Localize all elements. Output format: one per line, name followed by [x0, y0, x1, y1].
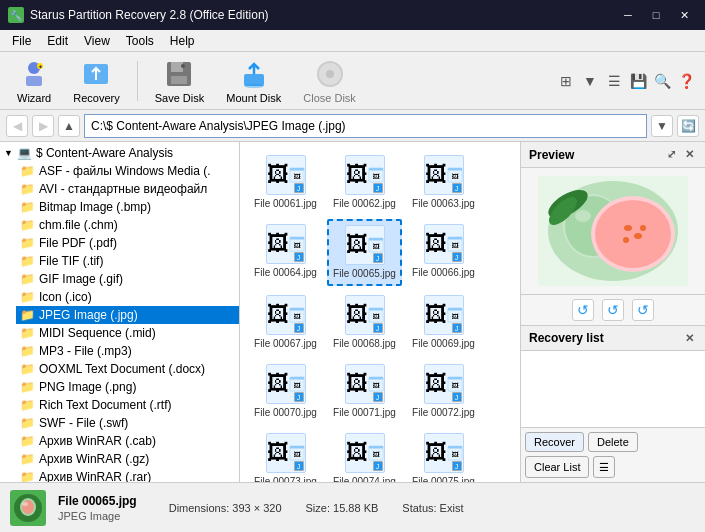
- svg-rect-49: [447, 377, 461, 380]
- file-item[interactable]: 🖼 J File 00064.jpg: [248, 219, 323, 286]
- tree-item[interactable]: 📁Архив WinRAR (.gz): [16, 450, 239, 468]
- address-dropdown-button[interactable]: ▼: [651, 115, 673, 137]
- file-name: File 00074.jpg: [333, 476, 396, 482]
- status-info: File 00065.jpg JPEG Image: [58, 494, 137, 522]
- tree-item-label: JPEG Image (.jpg): [39, 308, 138, 322]
- recovery-button[interactable]: Recovery: [64, 56, 128, 106]
- svg-point-66: [624, 225, 632, 231]
- tree-item[interactable]: 📁ASF - файлы Windows Media (.: [16, 162, 239, 180]
- preview-next-button[interactable]: ↺: [632, 299, 654, 321]
- file-item[interactable]: 🖼 J File 00070.jpg: [248, 359, 323, 424]
- tree-item[interactable]: 📁Icon (.ico): [16, 288, 239, 306]
- tree-item[interactable]: 📁chm.file (.chm): [16, 216, 239, 234]
- menu-tools[interactable]: Tools: [118, 32, 162, 50]
- forward-button[interactable]: ▶: [32, 115, 54, 137]
- filter-icon[interactable]: ▼: [579, 70, 601, 92]
- file-item[interactable]: 🖼 J File 00065.jpg: [327, 219, 402, 286]
- grid-view-icon[interactable]: ⊞: [555, 70, 577, 92]
- tree-item[interactable]: 📁OOXML Text Document (.docx): [16, 360, 239, 378]
- file-item[interactable]: 🖼 J File 00073.jpg: [248, 428, 323, 482]
- svg-rect-16: [289, 168, 303, 171]
- svg-rect-55: [368, 446, 382, 449]
- file-thumbnail: 🖼 J: [424, 433, 464, 473]
- maximize-button[interactable]: □: [643, 5, 669, 25]
- tree-item[interactable]: 📁File PDF (.pdf): [16, 234, 239, 252]
- tree-item[interactable]: 📁File TIF (.tif): [16, 252, 239, 270]
- preview-close-icon[interactable]: ✕: [681, 147, 697, 163]
- file-item[interactable]: 🖼 J File 00075.jpg: [406, 428, 481, 482]
- tree-root-node[interactable]: ▼ 💻 $ Content-Aware Analysis: [0, 144, 239, 162]
- status-details: Dimensions: 393 × 320 Size: 15.88 KB Sta…: [169, 502, 464, 514]
- file-item[interactable]: 🖼 J File 00068.jpg: [327, 290, 402, 355]
- recovery-list-close-icon[interactable]: ✕: [681, 330, 697, 346]
- file-item[interactable]: 🖼 J File 00067.jpg: [248, 290, 323, 355]
- minimize-button[interactable]: ─: [615, 5, 641, 25]
- preview-prev-button[interactable]: ↺: [572, 299, 594, 321]
- svg-point-72: [575, 210, 591, 222]
- status-size: Size: 15.88 KB: [306, 502, 379, 514]
- clear-list-button[interactable]: Clear List: [525, 456, 589, 478]
- tree-item[interactable]: 📁MP3 - File (.mp3): [16, 342, 239, 360]
- menu-help[interactable]: Help: [162, 32, 203, 50]
- file-item[interactable]: 🖼 J File 00061.jpg: [248, 150, 323, 215]
- tree-item[interactable]: 📁PNG Image (.png): [16, 378, 239, 396]
- close-disk-button[interactable]: Close Disk: [294, 56, 365, 106]
- columns-icon[interactable]: ☰: [603, 70, 625, 92]
- tree-item[interactable]: 📁AVI - стандартные видеофайл: [16, 180, 239, 198]
- recovery-list-header: Recovery list ✕: [521, 325, 705, 351]
- tree-item[interactable]: 📁MIDI Sequence (.mid): [16, 324, 239, 342]
- recovery-list-options-button[interactable]: ☰: [593, 456, 615, 478]
- tree-item-label: Rich Text Document (.rtf): [39, 398, 171, 412]
- file-item[interactable]: 🖼 J File 00074.jpg: [327, 428, 402, 482]
- tree-item[interactable]: 📁SWF - File (.swf): [16, 414, 239, 432]
- preview-controls: ↺ ↺ ↺: [521, 294, 705, 325]
- menu-view[interactable]: View: [76, 32, 118, 50]
- tree-item[interactable]: 📁GIF Image (.gif): [16, 270, 239, 288]
- folder-icon: 📁: [20, 416, 35, 430]
- svg-rect-7: [171, 62, 183, 72]
- preview-header-icons: ⤢ ✕: [663, 147, 697, 163]
- tree-item[interactable]: 📁Bitmap Image (.bmp): [16, 198, 239, 216]
- address-input[interactable]: [84, 114, 647, 138]
- svg-rect-19: [368, 168, 382, 171]
- file-item[interactable]: 🖼 J File 00069.jpg: [406, 290, 481, 355]
- file-thumbnail: 🖼 J: [424, 364, 464, 404]
- back-button[interactable]: ◀: [6, 115, 28, 137]
- delete-button[interactable]: Delete: [588, 432, 638, 452]
- preview-expand-icon[interactable]: ⤢: [663, 147, 679, 163]
- file-name: File 00072.jpg: [412, 407, 475, 419]
- svg-text:🖼: 🖼: [372, 173, 379, 181]
- help-toolbar-icon[interactable]: ❓: [675, 70, 697, 92]
- menu-file[interactable]: File: [4, 32, 39, 50]
- save-layout-icon[interactable]: 💾: [627, 70, 649, 92]
- file-item[interactable]: 🖼 J File 00062.jpg: [327, 150, 402, 215]
- recover-button[interactable]: Recover: [525, 432, 584, 452]
- wizard-button[interactable]: ✦ Wizard: [8, 56, 60, 106]
- tree-item[interactable]: 📁Архив WinRAR (.rar): [16, 468, 239, 482]
- menu-edit[interactable]: Edit: [39, 32, 76, 50]
- svg-text:🖼: 🖼: [451, 173, 458, 181]
- svg-text:🖼: 🖼: [293, 382, 300, 390]
- wizard-icon: ✦: [18, 58, 50, 90]
- save-disk-button[interactable]: Save Disk: [146, 56, 214, 106]
- svg-rect-31: [447, 237, 461, 240]
- toolbar-separator-1: [137, 61, 138, 101]
- file-thumbnail: 🖼 J: [345, 225, 385, 265]
- refresh-button[interactable]: 🔄: [677, 115, 699, 137]
- mount-disk-button[interactable]: Mount Disk: [217, 56, 290, 106]
- svg-text:🖼: 🖼: [372, 382, 379, 390]
- preview-stop-button[interactable]: ↺: [602, 299, 624, 321]
- search-toolbar-icon[interactable]: 🔍: [651, 70, 673, 92]
- tree-item[interactable]: 📁Архив WinRAR (.cab): [16, 432, 239, 450]
- file-item[interactable]: 🖼 J File 00072.jpg: [406, 359, 481, 424]
- svg-rect-52: [289, 446, 303, 449]
- file-item[interactable]: 🖼 J File 00063.jpg: [406, 150, 481, 215]
- tree-item[interactable]: 📁Rich Text Document (.rtf): [16, 396, 239, 414]
- up-button[interactable]: ▲: [58, 115, 80, 137]
- file-item[interactable]: 🖼 J File 00071.jpg: [327, 359, 402, 424]
- tree-item[interactable]: 📁JPEG Image (.jpg): [16, 306, 239, 324]
- toolbar: ✦ Wizard Recovery Save Disk: [0, 52, 705, 110]
- svg-rect-34: [289, 308, 303, 311]
- close-button[interactable]: ✕: [671, 5, 697, 25]
- file-item[interactable]: 🖼 J File 00066.jpg: [406, 219, 481, 286]
